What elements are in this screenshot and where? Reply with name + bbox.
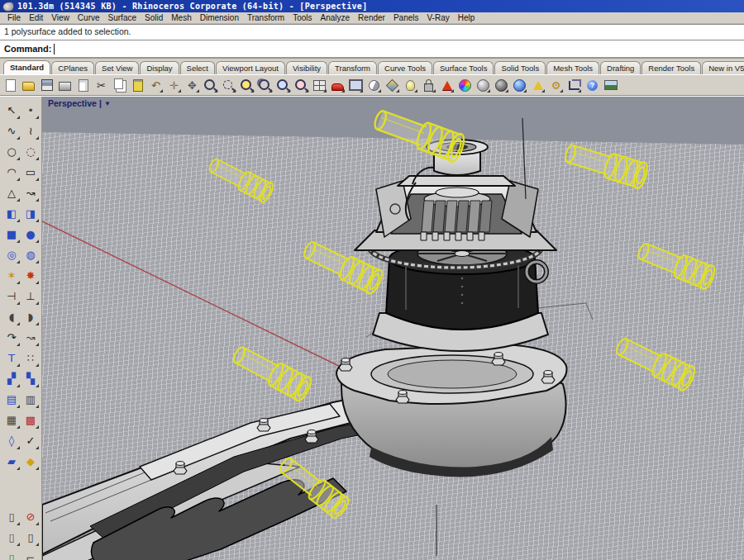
cut-button[interactable]: ✂ bbox=[93, 76, 110, 94]
selected-bushing-mid-right[interactable] bbox=[635, 238, 717, 291]
pan-view-button[interactable]: ✛ bbox=[165, 76, 183, 94]
inner-motor[interactable] bbox=[421, 187, 492, 240]
show-objects-button[interactable]: ▯ bbox=[2, 527, 21, 548]
boolean-difference-button[interactable]: ◗ bbox=[21, 306, 41, 327]
paste-button[interactable] bbox=[129, 76, 146, 94]
tab-drafting[interactable]: Drafting bbox=[600, 61, 641, 74]
layer-box-button[interactable]: ▤ bbox=[2, 389, 21, 410]
set-view-button[interactable] bbox=[365, 76, 383, 94]
block-insert-button[interactable]: ▞ bbox=[2, 368, 21, 389]
zoom-extents-button[interactable] bbox=[256, 76, 274, 94]
lock-toggle-button[interactable]: ▯ bbox=[21, 527, 41, 548]
viewport-title[interactable]: Perspective | ▼ bbox=[48, 98, 111, 108]
torus-button[interactable]: ◎ bbox=[2, 244, 21, 265]
group-array-button[interactable]: ▩ bbox=[21, 410, 41, 430]
ghosted-viewport-button[interactable] bbox=[493, 76, 510, 94]
menu-edit[interactable]: Edit bbox=[25, 12, 47, 23]
color-wheel-button[interactable] bbox=[456, 76, 474, 94]
tab-new-in-v5[interactable]: New in V5 bbox=[702, 61, 744, 74]
arc-button[interactable]: ◠ bbox=[2, 162, 21, 183]
tab-set-view[interactable]: Set View bbox=[95, 61, 139, 74]
hide-objects-button[interactable]: ▯ bbox=[2, 506, 21, 527]
zoom-selected-button[interactable] bbox=[238, 76, 255, 94]
lights-button[interactable] bbox=[402, 76, 419, 94]
point-button[interactable]: • bbox=[21, 100, 41, 121]
selected-bushing-lower-right[interactable] bbox=[613, 333, 698, 392]
tab-display[interactable]: Display bbox=[140, 61, 179, 74]
new-file-button[interactable] bbox=[2, 76, 19, 94]
gear-case[interactable] bbox=[336, 344, 567, 477]
zoom-dynamic-button[interactable] bbox=[202, 76, 219, 94]
menu-help[interactable]: Help bbox=[454, 12, 479, 23]
menu-solid[interactable]: Solid bbox=[141, 12, 167, 23]
shaded-viewport-button[interactable] bbox=[475, 76, 492, 94]
options-button[interactable]: ⚙ bbox=[547, 76, 565, 94]
ellipse-button[interactable]: ◌ bbox=[21, 141, 41, 162]
viewport-canvas[interactable] bbox=[42, 97, 744, 560]
menu-view[interactable]: View bbox=[47, 12, 74, 23]
zoom-target-button[interactable] bbox=[274, 76, 292, 94]
control-point-curve-button[interactable]: ≀ bbox=[21, 121, 41, 141]
selected-bushing-upper-right[interactable] bbox=[562, 140, 650, 190]
explode-button[interactable]: ✶ bbox=[2, 265, 21, 286]
menu-file[interactable]: File bbox=[3, 12, 25, 23]
layer-tools-button[interactable] bbox=[384, 76, 401, 94]
menu-analyze[interactable]: Analyze bbox=[317, 12, 355, 23]
boolean-union-button[interactable]: ◖ bbox=[2, 306, 21, 327]
menu-mesh[interactable]: Mesh bbox=[167, 12, 195, 23]
screenshot-button[interactable] bbox=[602, 76, 619, 94]
fillet-corner-button[interactable]: ✸ bbox=[21, 265, 41, 286]
render-button[interactable] bbox=[438, 76, 455, 94]
zoom-window-button[interactable] bbox=[220, 76, 237, 94]
render-preview-button[interactable] bbox=[511, 76, 528, 94]
selected-bushing-lower-left[interactable] bbox=[230, 341, 314, 402]
tab-transform[interactable]: Transform bbox=[328, 61, 377, 74]
select-pointer-button[interactable]: ↖ bbox=[2, 100, 21, 121]
grid-array-button[interactable]: ▦ bbox=[2, 410, 21, 430]
menu-render[interactable]: Render bbox=[354, 12, 389, 23]
tab-visibility[interactable]: Visibility bbox=[286, 61, 327, 74]
trim-button[interactable]: ⊣ bbox=[2, 286, 21, 306]
tab-standard[interactable]: Standard bbox=[3, 60, 50, 74]
circle-button[interactable]: ○ bbox=[2, 141, 21, 162]
undo-button[interactable]: ↶ bbox=[147, 76, 165, 94]
viewport-menu-arrow-icon[interactable]: ▼ bbox=[104, 100, 111, 107]
viewport-title-label[interactable]: Perspective bbox=[48, 98, 97, 108]
check-selection-button[interactable]: ✓ bbox=[21, 430, 41, 451]
menu-curve[interactable]: Curve bbox=[74, 12, 104, 23]
display-mode-button[interactable] bbox=[347, 76, 365, 94]
save-file-button[interactable] bbox=[38, 76, 55, 94]
named-view-button[interactable] bbox=[329, 76, 346, 94]
rotate-view-button[interactable]: ✥ bbox=[184, 76, 201, 94]
command-line[interactable]: Command: bbox=[0, 40, 744, 59]
tab-viewport-layout[interactable]: Viewport Layout bbox=[216, 61, 285, 74]
undo-view-change-button[interactable] bbox=[293, 76, 310, 94]
open-file-button[interactable] bbox=[20, 76, 37, 94]
gem-solid-button[interactable]: ◆ bbox=[21, 451, 41, 472]
machine-model[interactable] bbox=[42, 118, 567, 560]
tab-mesh-tools[interactable]: Mesh Tools bbox=[546, 61, 599, 74]
construction-line[interactable] bbox=[42, 221, 383, 387]
polyline-button[interactable]: ∿ bbox=[2, 121, 21, 141]
array-rotate-button[interactable]: ▚ bbox=[21, 368, 41, 389]
tab-cplanes[interactable]: CPlanes bbox=[51, 61, 94, 74]
distribute-button[interactable]: ▥ bbox=[21, 389, 41, 410]
box-button[interactable]: ■ bbox=[2, 224, 21, 244]
surface-revolve-button[interactable]: ◍ bbox=[21, 244, 41, 265]
copy-to-clipboard-button[interactable] bbox=[111, 76, 128, 94]
text-object-button[interactable]: T bbox=[2, 348, 21, 368]
help-button[interactable]: ? bbox=[584, 76, 601, 94]
lock-objects-button[interactable] bbox=[420, 76, 437, 94]
vray-tools-button[interactable] bbox=[529, 76, 546, 94]
menu-surface[interactable]: Surface bbox=[104, 12, 141, 23]
polygon-button[interactable]: △ bbox=[2, 183, 21, 203]
tab-surface-tools[interactable]: Surface Tools bbox=[433, 61, 494, 74]
selected-bushing-upper-left[interactable] bbox=[206, 154, 275, 204]
tab-solid-tools[interactable]: Solid Tools bbox=[494, 61, 546, 74]
tab-render-tools[interactable]: Render Tools bbox=[641, 61, 701, 74]
viewport-layout-button[interactable] bbox=[311, 76, 328, 94]
menu-tools[interactable]: Tools bbox=[289, 12, 316, 23]
menu-panels[interactable]: Panels bbox=[389, 12, 423, 23]
prism-button[interactable]: ▰ bbox=[2, 451, 21, 472]
surface-from-points-button[interactable]: ◧ bbox=[2, 203, 21, 224]
